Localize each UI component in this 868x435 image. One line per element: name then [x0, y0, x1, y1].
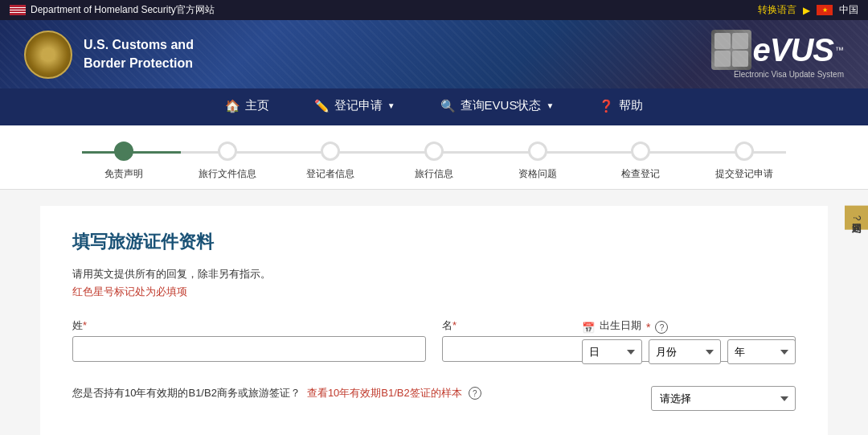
top-bar-right: 转换语言 ▶ ★ 中国	[758, 3, 858, 17]
evus-subtitle: Electronic Visa Update System	[711, 70, 845, 79]
step-5: 资格问题	[485, 142, 589, 181]
step-4-label: 旅行信息	[415, 167, 453, 181]
nav-register[interactable]: ✏️ 登记申请 ▼	[292, 88, 418, 125]
dob-label-row: 📅 出生日期 * ?	[582, 318, 796, 336]
visa-select[interactable]: 请选择 是 否	[651, 386, 796, 411]
step-2: 旅行文件信息	[176, 142, 280, 181]
dob-year-select[interactable]: 年	[727, 339, 796, 364]
button-row: 前面 第二步 下一个	[72, 425, 796, 435]
dob-fields: 日 月份 年	[582, 339, 796, 364]
evus-brand-text: eVUS	[753, 32, 834, 68]
us-flag-icon	[10, 5, 26, 15]
dob-group: 📅 出生日期 * ? 日 月份 年	[582, 318, 796, 364]
progress-section: 免责声明 旅行文件信息 登记者信息 旅行信息 资格问题 检查登记 提交登记申请	[0, 125, 868, 190]
step-4-circle	[424, 142, 444, 161]
header-left: DHSSEAL U.S. Customs and Border Protecti…	[24, 31, 194, 79]
side-tab[interactable]: 遇到问题?	[845, 205, 868, 230]
nav-query[interactable]: 🔍 查询EVUS状态 ▼	[418, 88, 577, 125]
step-3-label: 登记者信息	[306, 167, 354, 181]
nav-help[interactable]: ❓ 帮助	[576, 88, 665, 125]
step-7-circle	[735, 142, 754, 161]
step-1: 免责声明	[72, 142, 176, 181]
home-icon: 🏠	[225, 99, 240, 113]
visa-info-icon[interactable]: ?	[469, 387, 481, 400]
help-icon: ❓	[599, 99, 614, 113]
last-name-group: 姓*	[72, 318, 426, 362]
step-4: 旅行信息	[383, 142, 486, 181]
register-icon: ✏️	[314, 99, 330, 113]
nav-home[interactable]: 🏠 主页	[203, 88, 292, 125]
instructions-text: 请用英文提供所有的回复，除非另有指示。	[72, 267, 796, 281]
step-2-circle	[218, 142, 237, 161]
lang-arrow[interactable]: ▶	[803, 5, 810, 16]
lang-switch-text[interactable]: 转换语言	[758, 3, 796, 17]
visa-question-text: 您是否持有10年有效期的B1/B2商务或旅游签证？	[72, 386, 301, 400]
register-caret-icon: ▼	[387, 101, 395, 110]
required-note: 红色星号标记处为必填项	[72, 285, 796, 299]
page-title: 填写旅游证件资料	[72, 230, 796, 254]
evus-e-grid	[711, 30, 751, 70]
visa-row: 您是否持有10年有效期的B1/B2商务或旅游签证？ 查看10年有效期B1/B2签…	[72, 386, 796, 400]
cn-flag-icon: ★	[817, 5, 833, 15]
step-1-label: 免责声明	[104, 167, 143, 181]
top-bar-dhs-text: Department of Homeland Security官方网站	[31, 3, 215, 17]
query-caret-icon: ▼	[546, 101, 554, 110]
step-5-circle	[528, 142, 547, 161]
step-5-label: 资格问题	[518, 167, 557, 181]
last-name-required-star: *	[83, 319, 87, 331]
step-6-circle	[631, 142, 650, 161]
step-6-label: 检查登记	[621, 167, 660, 181]
dob-info-icon[interactable]: ?	[655, 321, 668, 334]
top-bar-left: Department of Homeland Security官方网站	[10, 3, 215, 17]
search-icon: 🔍	[440, 99, 456, 113]
evus-logo: eVUS™ Electronic Visa Update System	[711, 30, 845, 79]
dhs-seal: DHSSEAL	[24, 31, 72, 79]
visa-sample-link[interactable]: 查看10年有效期B1/B2签证的样本	[307, 386, 462, 400]
agency-name: U.S. Customs and Border Protection	[84, 36, 194, 72]
dob-calendar-icon: 📅	[582, 322, 595, 334]
step-2-label: 旅行文件信息	[199, 167, 256, 181]
dob-month-select[interactable]: 月份	[649, 339, 721, 364]
step-7-label: 提交登记申请	[715, 167, 773, 181]
top-bar: Department of Homeland Security官方网站 转换语言…	[0, 0, 868, 20]
step-3: 登记者信息	[279, 142, 383, 181]
country-label: 中国	[839, 3, 858, 17]
dob-required-star: *	[646, 321, 650, 334]
main-content: 填写旅游证件资料 请用英文提供所有的回复，除非另有指示。 红色星号标记处为必填项…	[40, 206, 828, 435]
step-1-circle	[114, 142, 133, 161]
step-3-circle	[321, 142, 340, 161]
main-nav: 🏠 主页 ✏️ 登记申请 ▼ 🔍 查询EVUS状态 ▼ ❓ 帮助	[0, 88, 868, 125]
dob-label: 出生日期	[600, 318, 641, 333]
first-name-required-star: *	[452, 319, 457, 331]
dob-day-select[interactable]: 日	[582, 339, 642, 364]
header: DHSSEAL U.S. Customs and Border Protecti…	[0, 20, 868, 88]
progress-steps: 免责声明 旅行文件信息 登记者信息 旅行信息 资格问题 检查登记 提交登记申请	[72, 142, 796, 181]
last-name-input[interactable]	[72, 336, 426, 362]
step-7: 提交登记申请	[692, 142, 796, 181]
last-name-label: 姓*	[72, 318, 426, 333]
step-6: 检查登记	[589, 142, 693, 181]
evus-tm: ™	[835, 45, 844, 55]
visa-question-container: 您是否持有10年有效期的B1/B2商务或旅游签证？ 查看10年有效期B1/B2签…	[72, 386, 542, 400]
visa-select-container: 请选择 是 否	[651, 386, 796, 411]
